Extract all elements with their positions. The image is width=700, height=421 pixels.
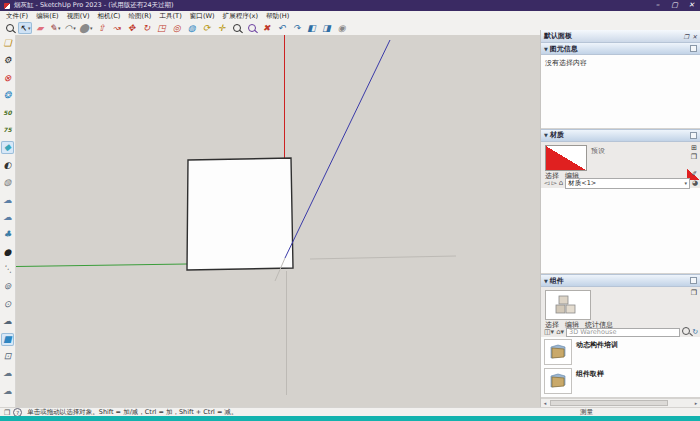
offset-tool-icon[interactable]: ◎ bbox=[170, 22, 184, 34]
window-title: 烟灰缸 - SketchUp Pro 2023 - (试用版还有24天过期) bbox=[14, 1, 174, 10]
tree-icon[interactable]: ♣ bbox=[1, 228, 14, 241]
materials-header[interactable]: ▼ 材质 bbox=[541, 129, 700, 142]
component-item[interactable]: 动态构件培训 bbox=[544, 339, 700, 365]
details-arrow-icon[interactable]: ◕ bbox=[692, 179, 698, 187]
view-options-icon[interactable]: ◫▾ bbox=[544, 328, 554, 336]
entity-info-header[interactable]: ▼ 图元信息 bbox=[541, 42, 700, 55]
components-list: 动态构件培训 组件取样 bbox=[541, 337, 700, 398]
paint-bucket-icon[interactable]: ◍ bbox=[185, 22, 199, 34]
menu-item[interactable]: 帮助(H) bbox=[262, 11, 293, 21]
menu-item[interactable]: 编辑(E) bbox=[32, 11, 63, 21]
zoom-window-tool-icon[interactable] bbox=[245, 22, 259, 34]
circled-cloud-icon[interactable]: ☁ bbox=[1, 315, 14, 328]
shapes-tool-icon[interactable]: ⬤ bbox=[78, 22, 94, 34]
menu-bar: 文件(F)编辑(E)视图(V)相机(C)绘图(R)工具(T)窗口(W)扩展程序(… bbox=[0, 11, 700, 21]
menu-item[interactable]: 相机(C) bbox=[93, 11, 124, 21]
cloud-download-icon[interactable]: ☁ bbox=[1, 194, 14, 207]
scrollbar-thumb[interactable] bbox=[550, 400, 668, 406]
materials-collection-dropdown[interactable]: 材质<1> ▾ bbox=[565, 178, 690, 189]
zoom-extents-icon[interactable]: ✖ bbox=[260, 22, 274, 34]
globe-icon[interactable]: ❂ bbox=[1, 89, 14, 102]
component-label: 组件取样 bbox=[576, 368, 604, 379]
previous-view-icon[interactable]: ↶ bbox=[275, 22, 289, 34]
green-axis-negative bbox=[310, 256, 456, 259]
water-drop-icon[interactable]: ◆ bbox=[1, 141, 14, 154]
entity-info-menu-button[interactable] bbox=[690, 45, 697, 52]
home-icon[interactable]: ⌂▾ bbox=[556, 328, 564, 336]
viewport-canvas bbox=[16, 35, 540, 407]
materials-title: 材质 bbox=[550, 130, 564, 140]
tray-close-icon[interactable]: ✕ bbox=[692, 33, 697, 40]
components-search-input[interactable] bbox=[566, 328, 680, 337]
account-icon[interactable]: ◉ bbox=[335, 22, 349, 34]
zoom-in-tool-icon[interactable] bbox=[230, 22, 244, 34]
component-thumbnail bbox=[544, 368, 572, 394]
line-tool-icon[interactable]: ✎ bbox=[48, 22, 62, 34]
eraser-tool-icon[interactable]: ▰ bbox=[33, 22, 47, 34]
close-button[interactable]: ✕ bbox=[683, 0, 700, 11]
components-menu-button[interactable] bbox=[690, 277, 697, 284]
circled-bulb-icon[interactable]: ⊙ bbox=[1, 298, 14, 311]
circled-orbit-icon[interactable]: ⊚ bbox=[1, 280, 14, 293]
cloud-a-icon[interactable]: ☁ bbox=[1, 367, 14, 380]
move-tool-icon[interactable]: ✥ bbox=[125, 22, 139, 34]
in-model-components-icon[interactable]: ❐ bbox=[691, 289, 697, 297]
push-pull-tool-icon[interactable]: ⇧ bbox=[95, 22, 109, 34]
menu-item[interactable]: 视图(V) bbox=[63, 11, 94, 21]
menu-item[interactable]: 工具(T) bbox=[155, 11, 185, 21]
eyedropper-icon[interactable]: ✐ bbox=[691, 170, 697, 178]
circled-box-icon[interactable]: ⊡ bbox=[1, 350, 14, 363]
maximize-button[interactable]: ▢ bbox=[666, 0, 683, 11]
menu-item[interactable]: 文件(F) bbox=[2, 11, 32, 21]
materials-menu-button[interactable] bbox=[690, 132, 697, 139]
cloud-b-icon[interactable]: ☁ bbox=[1, 385, 14, 398]
cloud-upload-icon[interactable]: ☁ bbox=[1, 211, 14, 224]
scroll-left-icon[interactable]: ◂ bbox=[541, 399, 549, 407]
preset-75-icon[interactable]: 75 bbox=[1, 124, 14, 137]
search-icon[interactable] bbox=[682, 327, 690, 337]
scroll-right-icon[interactable]: ▸ bbox=[692, 399, 700, 407]
arc-tool-icon[interactable]: ◠ bbox=[63, 22, 77, 34]
follow-me-tool-icon[interactable]: ↝ bbox=[110, 22, 124, 34]
rotate-tool-icon[interactable]: ↻ bbox=[140, 22, 154, 34]
contrast-icon[interactable]: ◐ bbox=[1, 159, 14, 172]
display-pane-icon[interactable]: ❐ bbox=[691, 153, 697, 161]
scale-tool-icon[interactable]: ◳ bbox=[155, 22, 169, 34]
select-tool-icon[interactable]: ↖ bbox=[18, 22, 32, 34]
home-icon[interactable]: ⌂ bbox=[559, 179, 563, 187]
section-plane-icon[interactable]: ◧ bbox=[305, 22, 319, 34]
menu-item[interactable]: 绘图(R) bbox=[124, 11, 155, 21]
active-material-swatch[interactable] bbox=[545, 145, 587, 171]
tray-horizontal-scrollbar[interactable]: ◂ ▸ bbox=[541, 398, 700, 407]
tray-title-bar[interactable]: 默认面板 ❐✕ bbox=[541, 30, 700, 42]
pan-tool-icon[interactable]: ✛ bbox=[215, 22, 229, 34]
dots-icon[interactable]: ⋱ bbox=[1, 263, 14, 276]
close-red-icon[interactable]: ⊗ bbox=[1, 72, 14, 85]
model-viewport[interactable] bbox=[16, 35, 540, 407]
back-arrow-icon[interactable]: ◅ bbox=[544, 179, 549, 187]
green-axis bbox=[16, 264, 187, 267]
forward-arrow-icon[interactable]: ▻ bbox=[551, 179, 556, 187]
orbit-tool-icon[interactable]: ⟳ bbox=[200, 22, 214, 34]
next-view-icon[interactable]: ↷ bbox=[290, 22, 304, 34]
minimize-button[interactable]: – bbox=[649, 0, 666, 11]
folder-icon bbox=[548, 344, 568, 360]
component-item[interactable]: 组件取样 bbox=[544, 368, 700, 394]
preset-50-icon[interactable]: 50 bbox=[1, 107, 14, 120]
zoom-tool-icon[interactable] bbox=[3, 22, 17, 34]
sphere-icon[interactable]: ◍ bbox=[1, 176, 14, 189]
components-header[interactable]: ▼ 组件 bbox=[541, 274, 700, 287]
materials-collection-value: 材质<1> bbox=[568, 179, 596, 188]
circled-active-icon[interactable]: ■ bbox=[1, 333, 14, 346]
tray-pin-icon[interactable]: ❐ bbox=[684, 33, 689, 40]
materials-list[interactable] bbox=[541, 188, 700, 274]
section-display-icon[interactable]: ◨ bbox=[320, 22, 334, 34]
create-material-icon[interactable]: ⊞ bbox=[691, 144, 697, 152]
gear-icon[interactable]: ⚙ bbox=[1, 54, 14, 67]
dot-icon[interactable]: ● bbox=[1, 246, 14, 259]
menu-item[interactable]: 窗口(W) bbox=[186, 11, 219, 21]
folder-icon[interactable]: ❏ bbox=[1, 37, 14, 50]
collapse-arrow-icon: ▼ bbox=[544, 278, 548, 284]
rectangle-face[interactable] bbox=[187, 158, 293, 270]
menu-item[interactable]: 扩展程序(x) bbox=[219, 11, 262, 21]
